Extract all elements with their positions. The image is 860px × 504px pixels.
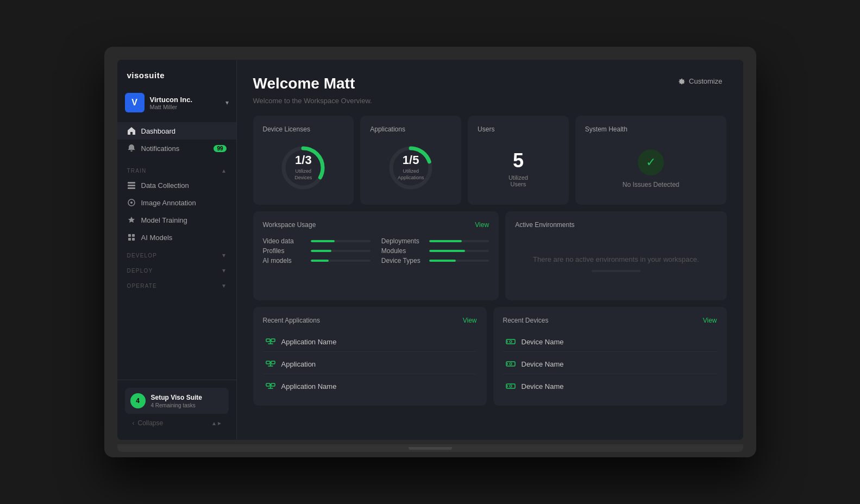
device-licenses-value: 1/3 Utilized Devices (294, 154, 312, 181)
notification-badge: 99 (214, 145, 226, 152)
svg-rect-13 (266, 339, 270, 342)
widget-row-bottom: Recent Applications View (253, 307, 727, 406)
app-icon-2 (265, 381, 276, 392)
sidebar-item-image-annotation[interactable]: Image Annotation (117, 194, 236, 211)
sidebar: visosuite V Virtucon Inc. Matt Miller ▾ … (117, 60, 237, 440)
applications-value: 1/5 Utilized Applications (398, 154, 424, 181)
recent-devices-view-button[interactable]: View (703, 317, 717, 324)
recent-app-item-0[interactable]: Application Name (263, 332, 477, 352)
operate-collapse-icon[interactable]: ▾ (222, 282, 226, 289)
page-subtitle: Welcome to the Workspace Overview. (253, 97, 727, 105)
collapse-arrows-down: ▸ (218, 419, 221, 427)
usage-item-device-types: Device Types (381, 257, 489, 264)
task-info: Setup Viso Suite 4 Remaining tasks (151, 394, 223, 408)
workspace-usage-view-button[interactable]: View (475, 221, 489, 229)
org-name: Virtucon Inc. (150, 96, 220, 104)
task-badge: 4 (130, 393, 146, 408)
svg-rect-14 (271, 339, 275, 342)
section-label-operate: OPERATE ▾ (117, 276, 236, 292)
nav-section-develop: DEVELOP ▾ (117, 246, 236, 261)
widget-row-middle: Workspace Usage View Video data (253, 211, 727, 300)
app-svg-icon-2 (266, 381, 275, 391)
env-empty-state: There are no active environments in your… (515, 236, 717, 291)
bell-icon (127, 144, 136, 153)
usage-col-right: Deployments Modules (381, 237, 489, 267)
section-label-develop: DEVELOP ▾ (117, 246, 236, 261)
app-icon-0 (265, 336, 276, 347)
setup-task[interactable]: 4 Setup Viso Suite 4 Remaining tasks (125, 388, 229, 414)
widget-workspace-usage: Workspace Usage View Video data (253, 211, 499, 300)
page-title: Welcome Matt (253, 75, 355, 92)
org-info: Virtucon Inc. Matt Miller (150, 96, 220, 110)
usage-item-modules: AI models (263, 257, 371, 264)
collapse-arrows-up: ▴ (212, 419, 216, 427)
svg-rect-1 (128, 185, 135, 186)
recent-app-item-2[interactable]: Application Name (263, 376, 477, 396)
usage-label-device-types: Device Types (381, 257, 425, 264)
health-check-circle: ✓ (638, 149, 664, 175)
usage-bar-fill-profiles (429, 240, 462, 242)
task-subtitle: 4 Remaining tasks (151, 402, 223, 408)
device-licenses-chart: 1/3 Utilized Devices (263, 141, 344, 195)
collapse-left-icon: ‹ (133, 419, 135, 427)
model-training-icon (127, 216, 136, 224)
recent-device-item-2[interactable]: Device Name (503, 376, 717, 396)
sidebar-item-data-collection[interactable]: Data Collection (117, 177, 236, 194)
usage-label-deployments: Modules (381, 247, 425, 255)
develop-collapse-icon[interactable]: ▾ (222, 251, 226, 259)
customize-label: Customize (689, 77, 722, 85)
org-switcher[interactable]: V Virtucon Inc. Matt Miller ▾ (117, 87, 236, 118)
sidebar-item-model-training[interactable]: Model Training (117, 211, 236, 229)
applications-chart: 1/5 Utilized Applications (370, 141, 451, 195)
recent-device-item-1[interactable]: Device Name (503, 354, 717, 374)
app-logo: visosuite (117, 60, 236, 87)
usage-header: Workspace Usage View (263, 221, 489, 229)
usage-item-ai-models: Profiles (263, 247, 371, 255)
widget-recent-devices: Recent Devices View (493, 307, 727, 406)
recent-app-item-1[interactable]: Application (263, 354, 477, 374)
device-licenses-sub: Utilized Devices (294, 168, 312, 181)
ai-models-icon (127, 233, 136, 242)
sidebar-item-notifications[interactable]: Notifications 99 (117, 140, 236, 157)
svg-rect-18 (266, 361, 270, 364)
svg-rect-5 (128, 234, 131, 237)
task-title: Setup Viso Suite (151, 394, 223, 401)
widget-device-licenses: Device Licenses 1/3 Utilized Devices (253, 116, 354, 205)
usage-title: Workspace Usage (263, 221, 316, 229)
sidebar-item-label-data-collection: Data Collection (141, 181, 189, 190)
widget-recent-applications: Recent Applications View (253, 307, 487, 406)
usage-bar-bg-profiles (429, 240, 489, 242)
sidebar-item-label-ai-models: AI Models (141, 234, 173, 242)
usage-grid: Video data Profiles (263, 237, 489, 267)
svg-rect-23 (266, 383, 270, 386)
sidebar-item-label-model-training: Model Training (141, 216, 187, 224)
recent-devices-list: Device Name Device Name (503, 332, 717, 396)
svg-rect-19 (271, 361, 275, 364)
deploy-collapse-icon[interactable]: ▾ (222, 267, 226, 274)
org-avatar: V (125, 93, 145, 112)
collapse-row[interactable]: ‹ Collapse ▴ ▸ (125, 414, 229, 432)
org-user: Matt Miller (150, 104, 220, 110)
widget-title-applications: Applications (370, 125, 451, 133)
customize-button[interactable]: Customize (674, 75, 726, 87)
main-content: Welcome Matt Customize Welcome to the Wo… (237, 60, 743, 440)
sidebar-item-dashboard[interactable]: Dashboard (117, 122, 236, 140)
recent-devices-title: Recent Devices (503, 317, 549, 324)
recent-apps-view-button[interactable]: View (463, 317, 477, 324)
device-licenses-fraction: 1/3 (294, 154, 312, 166)
train-collapse-icon[interactable]: ▴ (222, 167, 226, 174)
section-label-deploy: DEPLOY ▾ (117, 261, 236, 276)
nav-section-train: TRAIN ▴ Data Collection Image Annotation (117, 161, 236, 246)
sidebar-item-label-dashboard: Dashboard (141, 127, 176, 135)
screen: visosuite V Virtucon Inc. Matt Miller ▾ … (117, 60, 743, 440)
recent-app-label-0: Application Name (281, 338, 337, 346)
app-icon-1 (265, 358, 276, 369)
recent-device-item-0[interactable]: Device Name (503, 332, 717, 352)
sidebar-item-ai-models[interactable]: AI Models (117, 229, 236, 246)
applications-sub: Utilized Applications (398, 168, 424, 181)
data-collection-icon (127, 181, 136, 190)
app-svg-icon-1 (266, 359, 275, 369)
nav-section-deploy: DEPLOY ▾ (117, 261, 236, 276)
env-empty-bar (592, 270, 641, 272)
usage-bar-fill-ai-models (311, 250, 332, 252)
